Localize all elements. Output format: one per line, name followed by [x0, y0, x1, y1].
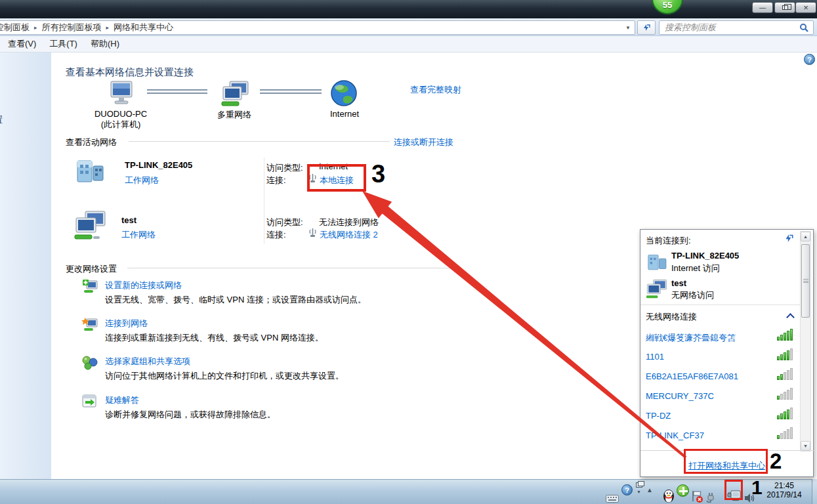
desktop: 55 — × 控制面板 ▸ 所有控制面板项 ▸ 网络和共享中心 ▼ 搜索控制面板…	[0, 0, 817, 504]
restore-button[interactable]	[774, 2, 795, 13]
section-divider	[129, 141, 390, 142]
signal-bars-icon	[777, 329, 793, 341]
breadcrumb-arrow-icon: ▸	[106, 24, 110, 31]
menu-bar: 查看(V) 工具(T) 帮助(H)	[0, 36, 817, 52]
wifi-ssid[interactable]: TP-DZ	[646, 411, 671, 421]
nav-pane-clipped-text[interactable]: 置	[0, 114, 3, 126]
access-type-label: 访问类型:	[266, 162, 303, 174]
setup-new-connection-desc: 设置无线、宽带、拨号、临时或 VPN 连接；或设置路由器或访问点。	[105, 294, 366, 306]
menu-view[interactable]: 查看(V)	[1, 36, 43, 52]
signal-bars-icon	[777, 427, 793, 439]
connected-network-name[interactable]: TP-LINK_82E405	[671, 251, 739, 261]
multi-network-icon[interactable]	[220, 80, 251, 109]
section-title-active-networks: 查看活动网络	[66, 136, 117, 148]
multi-network-icon[interactable]	[73, 210, 108, 242]
connect-to-network-icon	[81, 316, 98, 333]
minimize-button[interactable]: —	[752, 2, 773, 13]
refresh-arrows-icon[interactable]	[784, 233, 794, 243]
wifi-ssid[interactable]: 1101	[646, 352, 664, 362]
scrollbar-thumb[interactable]	[801, 244, 810, 318]
troubleshoot-icon	[81, 393, 98, 410]
access-type-label: 访问类型:	[266, 217, 303, 228]
breadcrumb-arrow-icon: ▸	[34, 24, 37, 31]
action-center-flag-icon[interactable]	[691, 484, 703, 504]
search-input[interactable]: 搜索控制面板	[659, 20, 814, 35]
tray-dropdown-caret-icon[interactable]: ▼	[637, 490, 641, 504]
column-divider	[264, 158, 264, 244]
connected-network-status: 无网络访问	[671, 289, 714, 301]
wireless-connection-2-link[interactable]: 无线网络连接 2	[320, 229, 378, 241]
search-placeholder: 搜索控制面板	[665, 22, 716, 33]
wifi-ssid[interactable]: 緗戦€爆笅濂芥曡鎴夸笘	[646, 332, 736, 344]
this-computer-icon[interactable]	[106, 80, 136, 109]
troubleshoot-link[interactable]: 疑难解答	[105, 394, 139, 406]
annotation-number-1: 1	[751, 476, 763, 499]
map-connector-line	[147, 89, 207, 94]
homegroup-options-desc: 访问位于其他网络计算机上的文件和打印机，或更改共享设置。	[105, 370, 344, 382]
clock-date: 2017/9/14	[760, 490, 808, 499]
wifi-ssid[interactable]: E6B2A1E5AF86E7A081	[646, 371, 738, 381]
power-plug-icon[interactable]	[705, 485, 716, 504]
address-dropdown-button[interactable]: ▼	[621, 20, 635, 35]
connection-label: 连接:	[266, 229, 286, 241]
connect-disconnect-link[interactable]: 连接或断开连接	[394, 136, 453, 148]
taskbar-clock[interactable]: 21:45 2017/9/14	[760, 481, 808, 499]
connected-network-name[interactable]: test	[671, 278, 686, 288]
annotation-box-step1	[724, 480, 743, 500]
scrollbar-up-icon[interactable]: ▲	[801, 232, 810, 242]
map-node-label: 多重网络	[205, 109, 264, 121]
currently-connected-label: 当前连接到:	[646, 235, 691, 247]
scrollbar-down-icon[interactable]: ▼	[801, 441, 810, 451]
wifi-ssid[interactable]: TP-LINK_CF37	[646, 430, 704, 440]
help-icon[interactable]: ?	[804, 54, 815, 65]
see-full-map-link[interactable]: 查看完整映射	[410, 84, 461, 96]
flyout-scrollbar[interactable]: ▲ ▼	[800, 231, 811, 452]
keyboard-input-icon[interactable]	[606, 486, 619, 504]
connect-to-network-link[interactable]: 连接到网络	[105, 318, 148, 329]
menu-tools[interactable]: 工具(T)	[43, 36, 84, 52]
annotation-number-2: 2	[770, 449, 782, 474]
homegroup-options-link[interactable]: 选择家庭组和共享选项	[105, 356, 190, 368]
map-node-label: DUODUO-PC (此计算机)	[89, 109, 152, 131]
search-icon[interactable]	[799, 23, 809, 33]
wireless-group-header[interactable]: 无线网络连接	[646, 311, 697, 323]
work-network-icon[interactable]	[73, 156, 106, 186]
connected-network-status: Internet 访问	[671, 262, 720, 274]
section-divider	[127, 268, 453, 268]
network-category-link[interactable]: 工作网络	[121, 229, 156, 241]
annotation-box-step3	[307, 164, 366, 192]
network-name: test	[121, 215, 136, 225]
breadcrumb-item-network-sharing-center[interactable]: 网络和共享中心	[114, 22, 173, 33]
internet-globe-icon[interactable]	[330, 79, 358, 108]
menu-help[interactable]: 帮助(H)	[84, 36, 126, 52]
homegroup-icon	[81, 354, 98, 371]
troubleshoot-desc: 诊断并修复网络问题，或获得故障排除信息。	[105, 409, 276, 421]
qq-icon[interactable]	[662, 484, 675, 504]
wifi-ssid[interactable]: MERCURY_737C	[646, 391, 714, 401]
title-bar[interactable]	[0, 0, 817, 18]
collapse-chevron-icon[interactable]	[787, 314, 793, 320]
connection-label: 连接:	[266, 175, 286, 186]
map-connector-line	[260, 89, 322, 94]
show-desktop-button[interactable]	[812, 479, 817, 504]
new-connection-icon	[81, 278, 98, 295]
refresh-button[interactable]	[637, 20, 656, 35]
tray-help-icon[interactable]: ?	[621, 484, 633, 495]
breadcrumb-item-all-items[interactable]: 所有控制面板项	[42, 22, 102, 33]
signal-bars-icon	[777, 388, 793, 400]
map-node-label: Internet	[315, 109, 374, 119]
nav-pane	[0, 52, 51, 479]
close-button[interactable]: ×	[795, 2, 816, 13]
network-category-link[interactable]: 工作网络	[125, 175, 159, 186]
setup-new-connection-link[interactable]: 设置新的连接或网络	[105, 280, 182, 291]
annotation-number-3: 3	[371, 160, 385, 188]
show-hidden-icons-button[interactable]: ▲	[646, 486, 653, 504]
breadcrumb-item-control-panel[interactable]: 控制面板	[0, 22, 30, 33]
antivirus-icon[interactable]	[677, 484, 689, 497]
multi-network-icon	[645, 279, 669, 300]
breadcrumb[interactable]: 控制面板 ▸ 所有控制面板项 ▸ 网络和共享中心	[0, 20, 635, 35]
signal-bars-icon	[777, 368, 793, 380]
scrollbar-grip-icon	[803, 279, 808, 283]
network-name: TP-LINK_82E405	[125, 160, 192, 170]
wifi-flyout: 当前连接到: TP-LINK_82E405 Internet 访问 test 无…	[640, 229, 814, 477]
